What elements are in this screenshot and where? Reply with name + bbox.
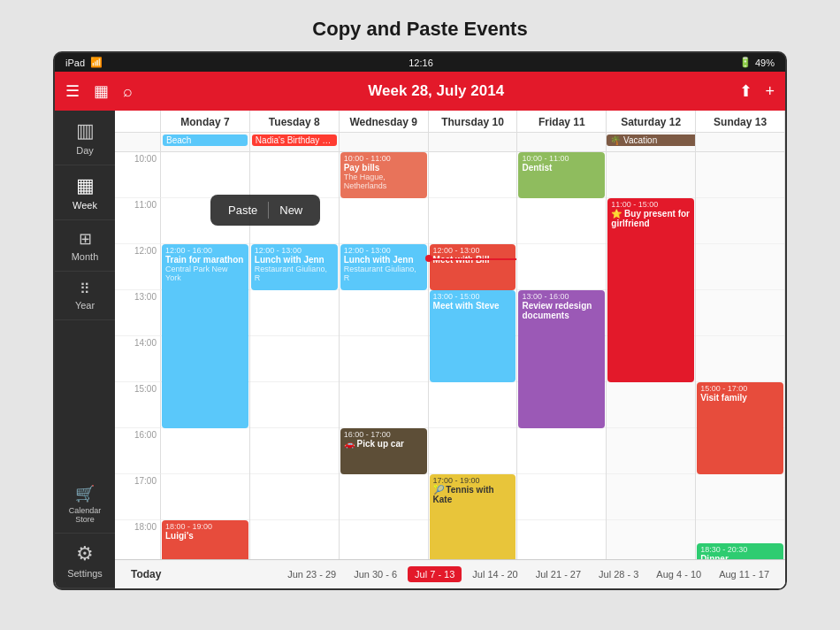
store-icon: 🛒 bbox=[75, 484, 95, 503]
event-lunch-jenn-wed[interactable]: 12:00 - 13:00 Lunch with Jenn Restaurant… bbox=[340, 244, 427, 290]
day-header-tue: Tuesday 8 bbox=[250, 111, 340, 132]
event-tennis-kate[interactable]: 17:00 - 19:00 🎾 Tennis with Kate bbox=[430, 474, 516, 559]
toolbar: ☰ ▦ ⌕ Week 28, July 2014 ⬆ + bbox=[55, 72, 785, 111]
sidebar: ▥ Day ▦ Week ⊞ Month ⠿ Year 🛒 bbox=[55, 111, 115, 588]
week-jun30[interactable]: Jun 30 - 6 bbox=[347, 566, 404, 582]
page-wrapper: Copy and Paste Events iPad 📶 12:16 🔋 49%… bbox=[18, 18, 822, 630]
status-time: 12:16 bbox=[409, 58, 433, 68]
time-slot-14: 14:00 bbox=[115, 336, 161, 382]
calendar-area: Monday 7 Tuesday 8 Wednesday 9 Thursday … bbox=[115, 111, 785, 588]
event-pick-up-car[interactable]: 16:00 - 17:00 🚗 Pick up car bbox=[340, 428, 427, 474]
sidebar-item-settings[interactable]: ⚙ Settings bbox=[55, 534, 115, 588]
week-jul14[interactable]: Jul 14 - 20 bbox=[465, 566, 524, 582]
sidebar-label-week: Week bbox=[73, 200, 97, 211]
day-header-mon: Monday 7 bbox=[161, 111, 250, 132]
week-jul21[interactable]: Jul 21 - 27 bbox=[529, 566, 588, 582]
time-slot-17: 17:00 bbox=[115, 474, 161, 520]
wifi-icon: 📶 bbox=[90, 57, 103, 68]
sidebar-item-week[interactable]: ▦ Week bbox=[55, 165, 115, 220]
day-headers: Monday 7 Tuesday 8 Wednesday 9 Thursday … bbox=[115, 111, 785, 133]
new-button[interactable]: New bbox=[269, 200, 313, 220]
event-meet-steve[interactable]: 13:00 - 15:00 Meet with Steve bbox=[430, 290, 516, 382]
time-slot-15: 15:00 bbox=[115, 382, 161, 428]
header-spacer bbox=[115, 111, 161, 132]
allday-sun bbox=[696, 133, 785, 151]
sidebar-item-day[interactable]: ▥ Day bbox=[55, 111, 115, 165]
page-title: Copy and Paste Events bbox=[312, 18, 527, 41]
time-slot-12: 12:00 bbox=[115, 244, 161, 290]
week-icon: ▦ bbox=[76, 174, 95, 197]
sidebar-item-month[interactable]: ⊞ Month bbox=[55, 220, 115, 272]
allday-event-beach[interactable]: Beach bbox=[163, 134, 248, 146]
settings-icon: ⚙ bbox=[76, 542, 94, 565]
ipad-label: iPad bbox=[65, 58, 85, 68]
event-dentist[interactable]: 10:00 - 11:00 Dentist bbox=[518, 152, 605, 198]
time-slot-18: 18:00 bbox=[115, 520, 161, 559]
main-area: ▥ Day ▦ Week ⊞ Month ⠿ Year 🛒 bbox=[55, 111, 785, 588]
day-header-thu: Thursday 10 bbox=[429, 111, 518, 132]
battery-pct: 49% bbox=[755, 58, 775, 68]
week-aug4[interactable]: Aug 4 - 10 bbox=[649, 566, 708, 582]
sidebar-label-month: Month bbox=[72, 251, 99, 262]
day-col-thu[interactable]: 12:00 - 13:00 Meet with Bill 13:00 - 15:… bbox=[429, 152, 518, 559]
event-pay-bills[interactable]: 10:00 - 11:00 Pay bills The Hague, Nethe… bbox=[340, 152, 427, 198]
ipad-frame: iPad 📶 12:16 🔋 49% ☰ ▦ ⌕ Week 28, July 2… bbox=[53, 51, 787, 590]
allday-wed bbox=[340, 133, 429, 151]
sidebar-label-settings: Settings bbox=[67, 568, 103, 579]
event-visit-family[interactable]: 15:00 - 17:00 Visit family bbox=[697, 382, 783, 474]
day-col-sun[interactable]: 15:00 - 17:00 Visit family 18:30 - 20:30… bbox=[696, 152, 785, 559]
calendar-view-icon[interactable]: ▦ bbox=[94, 81, 109, 101]
day-col-sat[interactable]: BBQ 11:00 - 15:00 ⭐ Buy present for girl… bbox=[607, 152, 696, 559]
event-dinner[interactable]: 18:30 - 20:30 Dinner bbox=[697, 543, 783, 559]
time-slot-10: 10:00 bbox=[115, 152, 161, 198]
current-time-dot bbox=[425, 255, 432, 262]
sidebar-label-year: Year bbox=[75, 300, 95, 311]
week-label: Week 28, July 2014 bbox=[133, 82, 739, 100]
allday-row: Beach Nadia's Birthday (24) 🌴 Vacation bbox=[115, 133, 785, 152]
week-jul28[interactable]: Jul 28 - 3 bbox=[592, 566, 645, 582]
day-header-sun: Sunday 13 bbox=[696, 111, 785, 132]
search-icon[interactable]: ⌕ bbox=[123, 82, 133, 101]
sidebar-item-year[interactable]: ⠿ Year bbox=[55, 272, 115, 320]
paste-new-popup: Paste New bbox=[210, 195, 320, 226]
day-header-sat: Saturday 12 bbox=[607, 111, 696, 132]
paste-button[interactable]: Paste bbox=[218, 200, 268, 220]
week-jun23[interactable]: Jun 23 - 29 bbox=[280, 566, 343, 582]
allday-tue: Nadia's Birthday (24) bbox=[250, 133, 340, 151]
event-review-redesign[interactable]: 13:00 - 16:00 Review redesign documents bbox=[518, 290, 605, 428]
allday-thu bbox=[429, 133, 518, 151]
allday-event-vacation[interactable]: 🌴 Vacation bbox=[607, 134, 696, 146]
event-buy-present[interactable]: 11:00 - 15:00 ⭐ Buy present for girlfrie… bbox=[607, 198, 694, 382]
day-col-fri[interactable]: 10:00 - 11:00 Dentist 13:00 - 16:00 Revi… bbox=[517, 152, 607, 559]
battery-icon: 🔋 bbox=[739, 57, 752, 68]
event-meet-bill[interactable]: 12:00 - 13:00 Meet with Bill bbox=[430, 244, 516, 290]
event-train-marathon[interactable]: 12:00 - 16:00 Train for marathon Central… bbox=[162, 244, 248, 428]
time-slot-13: 13:00 bbox=[115, 290, 161, 336]
toolbar-right: ⬆ + bbox=[739, 81, 775, 101]
event-lunch-jenn-tue[interactable]: 12:00 - 13:00 Lunch with Jenn Restaurant… bbox=[251, 244, 338, 290]
day-col-wed[interactable]: 10:00 - 11:00 Pay bills The Hague, Nethe… bbox=[340, 152, 429, 559]
day-icon: ▥ bbox=[76, 119, 95, 142]
bottom-nav: Today Jun 23 - 29 Jun 30 - 6 Jul 7 - 13 … bbox=[115, 559, 785, 588]
share-icon[interactable]: ⬆ bbox=[739, 81, 752, 101]
event-luigis[interactable]: 18:00 - 19:00 Luigi's bbox=[162, 520, 248, 559]
time-slot-11: 11:00 bbox=[115, 198, 161, 244]
week-navigation: Jun 23 - 29 Jun 30 - 6 Jul 7 - 13 Jul 14… bbox=[280, 566, 776, 582]
allday-sat: 🌴 Vacation bbox=[607, 133, 696, 151]
today-button[interactable]: Today bbox=[124, 565, 168, 583]
allday-mon: Beach bbox=[161, 133, 250, 151]
year-icon: ⠿ bbox=[80, 280, 90, 297]
current-time-line bbox=[429, 258, 517, 260]
time-slot-16: 16:00 bbox=[115, 428, 161, 474]
add-icon[interactable]: + bbox=[765, 82, 775, 101]
allday-spacer bbox=[115, 133, 161, 151]
day-header-wed: Wednesday 9 bbox=[340, 111, 429, 132]
month-icon: ⊞ bbox=[79, 229, 92, 249]
allday-event-birthday[interactable]: Nadia's Birthday (24) bbox=[252, 134, 337, 146]
menu-icon[interactable]: ☰ bbox=[65, 81, 80, 101]
week-jul7[interactable]: Jul 7 - 13 bbox=[408, 566, 462, 582]
status-bar: iPad 📶 12:16 🔋 49% bbox=[55, 53, 785, 72]
sidebar-item-calendar-store[interactable]: 🛒 CalendarStore bbox=[55, 475, 115, 534]
time-column: 10:00 11:00 12:00 13:00 14:00 15:00 16:0… bbox=[115, 152, 161, 559]
week-aug11[interactable]: Aug 11 - 17 bbox=[712, 566, 776, 582]
